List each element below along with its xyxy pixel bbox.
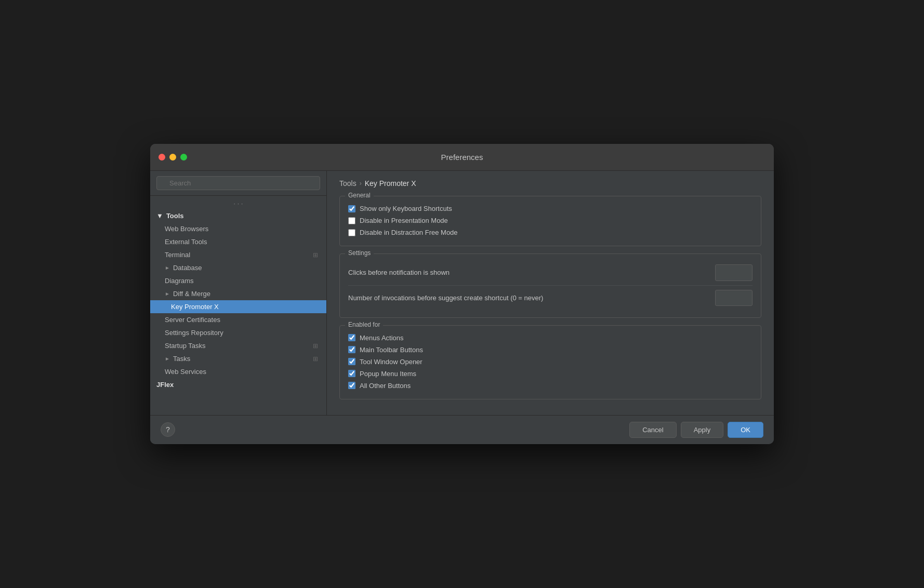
invocations-before-suggest-label: Number of invocations before suggest cre… xyxy=(348,294,543,302)
external-tools-label: External Tools xyxy=(165,238,207,246)
startup-tasks-label: Startup Tasks xyxy=(165,342,206,350)
main-toolbar-buttons-label: Main Toolbar Buttons xyxy=(360,346,423,354)
diff-merge-label: Diff & Merge xyxy=(173,290,210,298)
traffic-lights xyxy=(159,154,187,161)
disable-presentation-label: Disable in Presentation Mode xyxy=(360,217,448,224)
clicks-spinner: ▲ ▼ xyxy=(715,264,753,280)
disable-distraction-checkbox[interactable] xyxy=(348,229,355,236)
footer-left: ? xyxy=(161,422,175,437)
startup-tasks-icon: ⊞ xyxy=(313,342,318,350)
apply-button[interactable]: Apply xyxy=(681,422,724,438)
tool-window-opener-checkbox[interactable] xyxy=(348,358,355,365)
breadcrumb-current: Key Promoter X xyxy=(365,179,416,188)
clicks-before-notification-label: Clicks before notification is shown xyxy=(348,269,450,276)
server-certificates-label: Server Certificates xyxy=(165,316,220,324)
sidebar-item-diff-merge[interactable]: ► Diff & Merge xyxy=(150,287,326,300)
popup-menu-items-row: Popup Menu Items xyxy=(348,368,753,380)
breadcrumb-separator: › xyxy=(360,180,362,187)
show-keyboard-shortcuts-label: Show only Keyboard Shortcuts xyxy=(360,205,452,212)
breadcrumb: Tools › Key Promoter X xyxy=(339,179,761,188)
search-bar: 🔍 xyxy=(150,171,326,196)
sidebar-item-startup-tasks[interactable]: Startup Tasks ⊞ xyxy=(150,339,326,352)
show-keyboard-shortcuts-checkbox[interactable] xyxy=(348,205,355,212)
tasks-icon: ⊞ xyxy=(313,355,318,363)
invocations-input[interactable] xyxy=(716,292,753,304)
dialog-footer: ? Cancel Apply OK xyxy=(150,415,774,444)
show-keyboard-shortcuts-row: Show only Keyboard Shortcuts xyxy=(348,203,753,215)
sidebar-item-diagrams[interactable]: Diagrams xyxy=(150,274,326,287)
tool-window-opener-label: Tool Window Opener xyxy=(360,358,423,366)
main-panel: Tools › Key Promoter X General Show only… xyxy=(327,171,774,415)
enabled-for-section-title: Enabled for xyxy=(345,321,383,328)
database-arrow-icon: ► xyxy=(165,265,170,271)
sidebar-item-tools[interactable]: ▼ Tools xyxy=(150,209,326,222)
all-other-buttons-checkbox[interactable] xyxy=(348,382,355,389)
database-label: Database xyxy=(173,264,202,272)
breadcrumb-parent: Tools xyxy=(339,179,357,188)
sidebar-item-web-browsers[interactable]: Web Browsers xyxy=(150,222,326,235)
main-toolbar-buttons-checkbox[interactable] xyxy=(348,346,355,353)
terminal-icon: ⊞ xyxy=(313,251,318,259)
search-input[interactable] xyxy=(156,176,320,190)
maximize-button[interactable] xyxy=(180,154,187,161)
key-promoter-x-label: Key Promoter X xyxy=(171,303,219,311)
menus-actions-row: Menus Actions xyxy=(348,332,753,344)
dialog-body: 🔍 · · · ▼ Tools Web Browsers External To… xyxy=(150,171,774,415)
search-wrapper: 🔍 xyxy=(156,176,320,190)
invocations-before-suggest-row: Number of invocations before suggest cre… xyxy=(348,286,753,310)
web-browsers-label: Web Browsers xyxy=(165,225,208,233)
settings-section: Settings Clicks before notification is s… xyxy=(339,253,761,317)
nav-items: · · · ▼ Tools Web Browsers External Tool… xyxy=(150,196,326,415)
ok-button[interactable]: OK xyxy=(728,422,763,438)
popup-menu-items-checkbox[interactable] xyxy=(348,370,355,377)
tasks-label: Tasks xyxy=(173,355,190,363)
sidebar-item-jflex[interactable]: JFlex xyxy=(150,378,326,391)
disable-distraction-row: Disable in Distraction Free Mode xyxy=(348,226,753,238)
clicks-before-notification-row: Clicks before notification is shown ▲ ▼ xyxy=(348,260,753,285)
invocations-spinner: ▲ ▼ xyxy=(715,290,753,306)
general-section: General Show only Keyboard Shortcuts Dis… xyxy=(339,196,761,246)
sidebar-item-key-promoter-x[interactable]: Key Promoter X xyxy=(150,300,326,313)
menus-actions-label: Menus Actions xyxy=(360,334,404,342)
minimize-button[interactable] xyxy=(169,154,176,161)
general-section-title: General xyxy=(345,192,374,199)
sidebar-item-web-services[interactable]: Web Services xyxy=(150,365,326,378)
sidebar: 🔍 · · · ▼ Tools Web Browsers External To… xyxy=(150,171,327,415)
sidebar-item-database[interactable]: ► Database xyxy=(150,261,326,274)
sidebar-item-server-certificates[interactable]: Server Certificates xyxy=(150,313,326,326)
dialog-title: Preferences xyxy=(441,153,483,162)
titlebar: Preferences xyxy=(150,144,774,171)
settings-section-title: Settings xyxy=(345,249,374,257)
tool-window-opener-row: Tool Window Opener xyxy=(348,356,753,368)
tools-arrow-icon: ▼ xyxy=(156,212,163,220)
enabled-for-section: Enabled for Menus Actions Main Toolbar B… xyxy=(339,325,761,399)
diagrams-label: Diagrams xyxy=(165,277,194,285)
sidebar-item-terminal[interactable]: Terminal ⊞ xyxy=(150,248,326,261)
settings-repository-label: Settings Repository xyxy=(165,329,223,337)
help-button[interactable]: ? xyxy=(161,422,175,437)
close-button[interactable] xyxy=(159,154,165,161)
tasks-arrow-icon: ► xyxy=(165,356,170,362)
diff-merge-arrow-icon: ► xyxy=(165,291,170,297)
disable-distraction-label: Disable in Distraction Free Mode xyxy=(360,229,458,236)
nav-faded-label: · · · xyxy=(150,198,326,209)
help-icon: ? xyxy=(166,425,170,434)
sidebar-item-external-tools[interactable]: External Tools xyxy=(150,235,326,248)
all-other-buttons-row: All Other Buttons xyxy=(348,380,753,392)
menus-actions-checkbox[interactable] xyxy=(348,334,355,341)
cancel-button[interactable]: Cancel xyxy=(629,422,676,438)
popup-menu-items-label: Popup Menu Items xyxy=(360,370,416,378)
disable-presentation-checkbox[interactable] xyxy=(348,217,355,224)
tools-label: Tools xyxy=(166,212,184,220)
sidebar-item-settings-repository[interactable]: Settings Repository xyxy=(150,326,326,339)
web-services-label: Web Services xyxy=(165,368,206,376)
preferences-dialog: Preferences 🔍 · · · ▼ Tools Web Br xyxy=(150,144,774,444)
sidebar-item-tasks[interactable]: ► Tasks ⊞ xyxy=(150,352,326,365)
disable-presentation-row: Disable in Presentation Mode xyxy=(348,215,753,226)
footer-buttons: Cancel Apply OK xyxy=(629,422,763,438)
clicks-input[interactable] xyxy=(716,266,753,278)
all-other-buttons-label: All Other Buttons xyxy=(360,382,411,390)
terminal-label: Terminal xyxy=(165,251,190,259)
jflex-label: JFlex xyxy=(156,381,174,389)
main-toolbar-buttons-row: Main Toolbar Buttons xyxy=(348,344,753,356)
